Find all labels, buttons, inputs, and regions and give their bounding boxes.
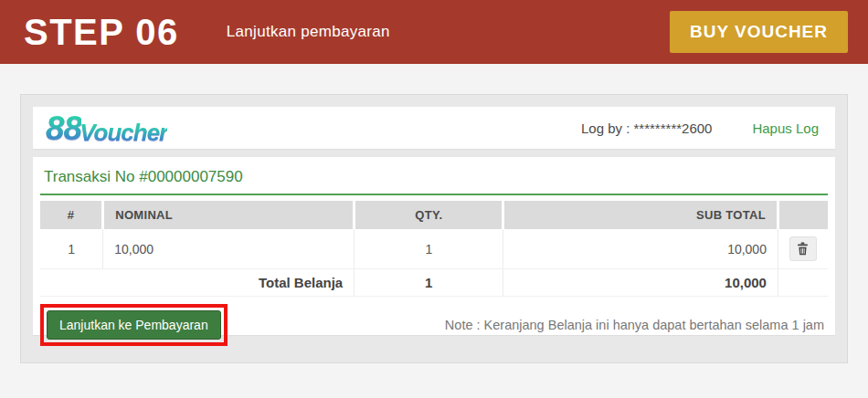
column-header-actions <box>778 201 828 229</box>
total-subtotal: 10,000 <box>503 269 778 297</box>
trash-icon <box>797 242 809 256</box>
table-row: 1 10,000 1 10,000 <box>40 229 828 269</box>
column-header-nominal: NOMINAL <box>103 201 355 229</box>
total-qty: 1 <box>355 269 503 297</box>
cell-row-number: 1 <box>40 229 103 269</box>
green-divider <box>40 194 828 195</box>
step-banner: STEP 06 Lanjutkan pembayaran BUY VOUCHER <box>0 0 868 64</box>
table-header-row: # NOMINAL QTY. SUB TOTAL <box>40 201 828 229</box>
total-row: Total Belanja 1 10,000 <box>40 269 828 297</box>
actions-row: Lanjutkan ke Pembayaran Note : Keranjang… <box>40 304 828 346</box>
lanjutkan-pembayaran-button[interactable]: Lanjutkan ke Pembayaran <box>47 310 221 340</box>
buy-voucher-button[interactable]: BUY VOUCHER <box>670 11 848 53</box>
red-highlight-annotation: Lanjutkan ke Pembayaran <box>40 304 228 346</box>
logged-in-user: Log by : *********2600 <box>581 120 712 136</box>
column-header-no: # <box>40 201 103 229</box>
total-label: Total Belanja <box>40 269 355 297</box>
88voucher-logo[interactable]: 88 Voucher <box>46 111 167 145</box>
transaction-number-title: Transaksi No #00000007590 <box>44 168 824 186</box>
cell-nominal: 10,000 <box>103 229 355 269</box>
checkout-card: 88 Voucher Log by : *********2600 Hapus … <box>20 94 848 363</box>
cart-expiry-note: Note : Keranjang Belanja ini hanya dapat… <box>445 318 828 332</box>
step-subtitle: Lanjutkan pembayaran <box>227 23 390 41</box>
logo-text-88: 88 <box>46 111 81 145</box>
cell-subtotal: 10,000 <box>503 229 778 269</box>
cell-qty: 1 <box>355 229 503 269</box>
column-header-subtotal: SUB TOTAL <box>503 201 778 229</box>
card-header: 88 Voucher Log by : *********2600 Hapus … <box>33 107 835 149</box>
card-content: Transaksi No #00000007590 # NOMINAL QTY.… <box>33 157 835 335</box>
hapus-log-link[interactable]: Hapus Log <box>752 120 819 136</box>
cart-table: # NOMINAL QTY. SUB TOTAL 1 10,000 1 10,0… <box>40 201 828 297</box>
cell-actions <box>778 229 828 269</box>
column-header-qty: QTY. <box>355 201 503 229</box>
total-actions-empty <box>778 269 828 297</box>
logo-text-voucher: Voucher <box>79 120 167 144</box>
delete-item-button[interactable] <box>789 236 817 261</box>
step-title: STEP 06 <box>24 14 179 50</box>
